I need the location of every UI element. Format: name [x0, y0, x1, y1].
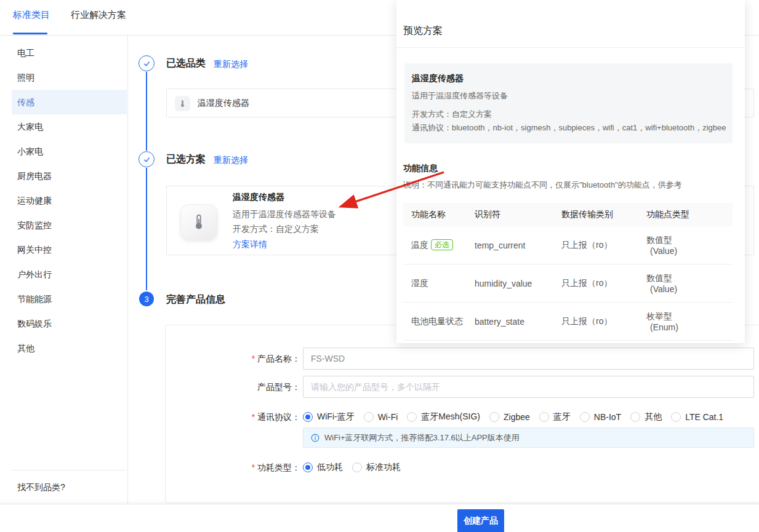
check-icon [143, 60, 151, 68]
functions-title: 功能信息 [403, 163, 438, 174]
cell-name: 温度必选 [403, 239, 467, 251]
step3-number: 3 [144, 295, 148, 304]
category-list: 电工 照明 传感 大家电 小家电 厨房电器 运动健康 安防监控 网关中控 户外出… [0, 41, 127, 360]
summary-desc: 适用于温湿度传感器等设备 [412, 90, 508, 101]
sidebar-item-diangong[interactable]: 电工 [12, 41, 127, 65]
table-row: 湿度 humidity_value 只上报（ro） 数值型 (Value) [403, 264, 733, 303]
functions-table-header: 功能名称 识别符 数据传输类别 功能点类型 [403, 203, 733, 226]
sidebar-item-chuangan[interactable]: 传感 [12, 90, 127, 114]
product-model-input[interactable] [303, 376, 754, 398]
protocol-option-label: WiFi-蓝牙 [317, 411, 355, 423]
protocol-option-zigbee[interactable]: Zigbee [489, 412, 530, 422]
col-header-transfer: 数据传输类别 [553, 209, 638, 220]
protocol-radio-group: WiFi-蓝牙 Wi-Fi 蓝牙Mesh(SIG) Zigbee 蓝牙 NB-I… [303, 411, 723, 423]
product-name-label: 产品名称： [172, 347, 300, 370]
page: 标准类目 行业解决方案 电工 照明 传感 大家电 小家电 厨房电器 运动健康 安… [0, 0, 759, 532]
sidebar-item-wangguanzhongkong[interactable]: 网关中控 [12, 237, 127, 262]
protocol-option-label: 蓝牙Mesh(SIG) [421, 411, 480, 423]
sidebar-item-jienengnenyuan[interactable]: 节能能源 [12, 287, 127, 311]
sidebar-item-anfangjiankong[interactable]: 安防监控 [12, 213, 127, 237]
solution-detail-link[interactable]: 方案详情 [233, 239, 267, 250]
protocol-option-label: NB-IoT [594, 412, 621, 422]
summary-dev-mode: 开发方式：自定义方案 [412, 109, 492, 120]
preview-popup: 预览方案 温湿度传感器 适用于温湿度传感器等设备 开发方式：自定义方案 通讯协议… [396, 0, 745, 343]
protocol-hint-box: WiFi+蓝牙联网方式，推荐搭配3.17.6以上APP版本使用 [303, 427, 754, 448]
sidebar-item-shumayule[interactable]: 数码娱乐 [12, 311, 127, 336]
sidebar-item-qita[interactable]: 其他 [12, 336, 127, 360]
thermometer-icon [179, 100, 187, 108]
sidebar-item-huwaichuxing[interactable]: 户外出行 [12, 262, 127, 287]
cell-type: 数值型 (Value) [638, 273, 733, 294]
summary-name: 温湿度传感器 [412, 73, 464, 84]
step1-done-circle [139, 55, 155, 71]
protocol-option-wifi-bt[interactable]: WiFi-蓝牙 [303, 411, 355, 423]
cell-transfer: 只上报（ro） [553, 240, 638, 251]
power-type-radio-group: 低功耗 标准功耗 [303, 461, 401, 474]
sidebar-item-dajiadian[interactable]: 大家电 [12, 114, 127, 139]
table-row: 电池电量状态 battery_state 只上报（ro） 枚举型 (Enum) [403, 303, 733, 341]
radio-icon [539, 412, 549, 422]
radio-icon [352, 463, 362, 472]
step-rail-2 [146, 168, 147, 290]
cell-transfer: 只上报（ro） [553, 278, 638, 289]
power-option-low[interactable]: 低功耗 [303, 462, 343, 473]
category-icon-box [175, 96, 190, 111]
protocol-option-label: 其他 [645, 411, 662, 423]
sidebar-item-zhaoming[interactable]: 照明 [12, 65, 127, 90]
cell-identifier: humidity_value [467, 279, 553, 288]
active-tab-underline [13, 33, 47, 34]
selected-category-name: 温湿度传感器 [198, 89, 249, 117]
footer-bar: 创建产品 [0, 504, 759, 532]
sidebar-item-yundongjiankang[interactable]: 运动健康 [12, 188, 127, 213]
cell-identifier: temp_current [467, 240, 553, 250]
check-icon [143, 156, 151, 164]
protocol-option-wifi[interactable]: Wi-Fi [364, 412, 398, 422]
solution-dev-mode: 开发方式：自定义方案 [233, 224, 319, 235]
sidebar-footer: 找不到品类? [12, 470, 127, 504]
col-header-identifier: 识别符 [467, 209, 553, 220]
col-header-type: 功能点类型 [638, 209, 733, 220]
cannot-find-category-link[interactable]: 找不到品类? [12, 482, 65, 492]
step2-reselect-link[interactable]: 重新选择 [214, 155, 248, 166]
solution-name: 温湿度传感器 [233, 192, 284, 203]
sidebar-item-chufangdianqi[interactable]: 厨房电器 [12, 164, 127, 188]
product-model-label: 产品型号： [172, 376, 300, 398]
radio-icon [303, 412, 313, 422]
tab-industry-solution[interactable]: 行业解决方案 [71, 9, 126, 21]
power-type-label: 功耗类型： [172, 461, 300, 474]
sidebar-item-xiaojiadian[interactable]: 小家电 [12, 139, 127, 164]
create-product-button[interactable]: 创建产品 [457, 509, 504, 532]
cell-type: 枚举型 (Enum) [638, 311, 733, 332]
protocol-option-label: Zigbee [504, 412, 530, 422]
product-name-input[interactable] [303, 347, 754, 370]
power-option-standard[interactable]: 标准功耗 [352, 462, 401, 473]
solution-desc: 适用于温湿度传感器等设备 [233, 209, 336, 220]
power-option-label: 低功耗 [317, 462, 343, 473]
cell-identifier: battery_state [467, 317, 553, 327]
radio-icon [580, 412, 590, 422]
step2-title: 已选方案 [166, 153, 206, 166]
preview-title: 预览方案 [403, 25, 443, 38]
protocol-option-nbiot[interactable]: NB-IoT [580, 412, 621, 422]
radio-icon [364, 412, 374, 422]
radio-icon [630, 412, 640, 422]
protocol-option-other[interactable]: 其他 [630, 411, 662, 423]
radio-icon [407, 412, 417, 422]
functions-table: 功能名称 识别符 数据传输类别 功能点类型 温度必选 temp_current … [403, 203, 733, 341]
tab-standard-category[interactable]: 标准类目 [13, 9, 50, 21]
cell-type: 数值型 (Value) [638, 235, 733, 256]
protocol-option-bt[interactable]: 蓝牙 [539, 411, 571, 423]
protocol-option-label: 蓝牙 [553, 411, 571, 423]
protocol-option-label: Wi-Fi [378, 412, 398, 422]
step1-reselect-link[interactable]: 重新选择 [214, 59, 248, 70]
protocol-option-btmesh[interactable]: 蓝牙Mesh(SIG) [407, 411, 480, 423]
step2-done-circle [139, 151, 155, 167]
protocol-option-ltecat1[interactable]: LTE Cat.1 [671, 412, 723, 422]
category-sidebar: 电工 照明 传感 大家电 小家电 厨房电器 运动健康 安防监控 网关中控 户外出… [0, 36, 128, 504]
divider [396, 47, 745, 48]
protocol-hint-text: WiFi+蓝牙联网方式，推荐搭配3.17.6以上APP版本使用 [324, 432, 520, 443]
solution-icon-box [180, 204, 217, 240]
step1-title: 已选品类 [166, 57, 206, 70]
solution-summary-box: 温湿度传感器 适用于温湿度传感器等设备 开发方式：自定义方案 通讯协议：blue… [404, 63, 733, 143]
step-rail-1 [146, 72, 147, 151]
